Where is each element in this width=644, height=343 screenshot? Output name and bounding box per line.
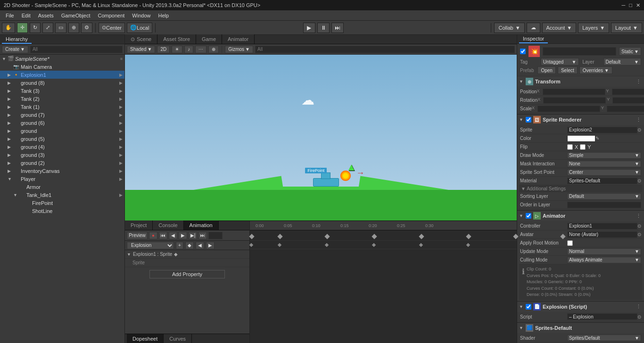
hierarchy-item-ground6[interactable]: ▶ ground (6) ▶ (0, 119, 124, 127)
sorting-layer-dropdown[interactable]: Default▼ (567, 193, 641, 200)
hierarchy-item-tankidle1[interactable]: ▼ Tank_Idle1 ▶ (0, 191, 124, 199)
anim-next-btn[interactable]: ▶| (189, 232, 197, 239)
tab-game[interactable]: Game (196, 34, 222, 44)
diamond-3[interactable] (372, 234, 377, 239)
shading-dropdown[interactable]: Shaded ▼ (127, 46, 155, 53)
explosion1-options[interactable]: ▶ (119, 73, 123, 77)
prefab-overrides-btn[interactable]: Overrides ▼ (579, 66, 612, 74)
color-swatch[interactable] (567, 135, 595, 142)
static-toggle[interactable]: Static ▼ (619, 47, 641, 56)
flip-y-checkbox[interactable] (580, 144, 586, 150)
sprite-sort-point-dropdown[interactable]: Center▼ (567, 169, 641, 176)
hierarchy-item-explosion1[interactable]: ▶ 🔸 Explosion1 ▶ (0, 71, 124, 79)
inspector-tab[interactable]: Inspector (519, 35, 548, 43)
hierarchy-item-ground7[interactable]: ▶ ground (7) ▶ (0, 111, 124, 119)
apply-root-motion-checkbox[interactable] (567, 240, 573, 246)
hierarchy-item-armor[interactable]: Armor (0, 183, 124, 191)
additional-settings-divider[interactable]: ▼ Additional Settings (519, 185, 642, 192)
hierarchy-item-ground4[interactable]: ▶ ground (4) ▶ (0, 143, 124, 151)
draw-mode-dropdown[interactable]: Simple▼ (567, 152, 641, 159)
sub-diamond-3[interactable] (372, 243, 376, 247)
script-field[interactable]: – Explosion (567, 313, 637, 320)
transform-y-handle[interactable]: ▲ (347, 161, 357, 173)
play-button[interactable]: ▶ (303, 23, 315, 33)
tab-curves[interactable]: Curves (164, 334, 192, 343)
tool-scale[interactable]: ⤢ (42, 23, 53, 33)
tool-hand[interactable]: ✋ (2, 23, 15, 33)
avatar-field[interactable]: None (Avatar) (567, 231, 637, 238)
anim-track-root[interactable]: ▼ Explosion1 : Sprite ◆ (125, 250, 249, 259)
explosion-script-header[interactable]: ▼ 📄 Explosion (Script) ⋮ (517, 302, 644, 312)
sprites-default-header[interactable]: ▼ 🟦 Sprites-Default (517, 323, 644, 333)
pos-y-input[interactable]: -1.812 (612, 89, 644, 95)
hierarchy-item-ground[interactable]: ▶ ground ▶ (0, 127, 124, 135)
menu-file[interactable]: File (2, 12, 18, 19)
hierarchy-item-maincamera[interactable]: 📷 Main Camera (0, 63, 124, 71)
menu-component[interactable]: Component (94, 12, 128, 19)
anim-prev-btn[interactable]: ◀ (169, 232, 177, 239)
step-button[interactable]: ⏭ (331, 23, 344, 33)
audio-btn[interactable]: ♪ (184, 46, 193, 53)
material-picker[interactable]: ⊙ (637, 178, 641, 183)
hierarchy-search[interactable] (30, 46, 123, 53)
prefab-select-btn[interactable]: Select (558, 66, 578, 74)
animator-context-btn[interactable]: ⋮ (635, 212, 642, 220)
2d-button[interactable]: 2D (157, 46, 170, 53)
prefab-open-btn[interactable]: Open (537, 66, 555, 74)
menu-edit[interactable]: Edit (18, 12, 34, 19)
material-field[interactable]: Sprites-Default (567, 178, 637, 184)
anim-keyframe-btn[interactable]: ◆ (185, 242, 194, 249)
hierarchy-tab[interactable]: Hierarchy (2, 35, 32, 44)
anim-first-btn[interactable]: ⏮ (159, 232, 167, 239)
anim-prev-key-btn[interactable]: ◀ (196, 242, 204, 249)
rot-y-input[interactable]: 0 (612, 97, 644, 104)
lighting-btn[interactable]: ☀ (172, 46, 182, 53)
hierarchy-item-ground8[interactable]: ▶ ground (8) ▶ (0, 79, 124, 87)
tab-asset-store[interactable]: Asset Store (157, 34, 196, 44)
controller-field[interactable]: Explosion1 (567, 223, 637, 229)
anim-frame-input[interactable]: 5 (208, 232, 223, 239)
hierarchy-item-tank3[interactable]: ▶ Tank (3) ▶ (0, 87, 124, 95)
animator-enabled[interactable] (526, 213, 531, 219)
add-property-button[interactable]: Add Property (149, 270, 225, 278)
diamond-5[interactable] (466, 234, 471, 239)
tab-animator[interactable]: Animator (222, 34, 255, 44)
tool-rotate[interactable]: ↻ (30, 23, 41, 33)
track-diamond[interactable]: ◆ (174, 252, 178, 257)
scale-x-input[interactable]: 1 (537, 106, 600, 112)
script-picker[interactable]: ⊙ (637, 314, 641, 319)
minimize-btn[interactable]: ─ (622, 2, 626, 8)
maximize-btn[interactable]: □ (629, 2, 632, 8)
update-mode-dropdown[interactable]: Normal▼ (567, 248, 641, 255)
pos-x-input[interactable]: -2.081 (543, 89, 605, 95)
anim-track-sprite[interactable]: Sprite (125, 259, 249, 267)
account-button[interactable]: Account ▼ (542, 23, 577, 33)
color-edit-btn[interactable]: ✎ (595, 136, 599, 141)
diamond-1[interactable] (277, 234, 282, 239)
scale-y-input[interactable]: 1 (607, 106, 644, 112)
sub-diamond-2[interactable] (325, 243, 329, 247)
sub-diamond-0[interactable] (249, 243, 253, 247)
hierarchy-item-firepoint[interactable]: FirePoint (0, 199, 124, 207)
space-local-btn[interactable]: 🌐 Local (127, 23, 152, 33)
layout-button[interactable]: Layout ▼ (611, 23, 642, 33)
order-in-layer-input[interactable]: 0 (567, 202, 641, 208)
layer-dropdown[interactable]: Default▼ (603, 58, 642, 65)
sprite-renderer-header[interactable]: ▼ 🖼 Sprite Renderer ⋮ (517, 114, 644, 125)
layers-button[interactable]: Layers ▼ (578, 23, 609, 33)
diamond-2[interactable] (324, 234, 330, 239)
transform-header[interactable]: ▼ ⊕ Transform ⋮ (517, 76, 644, 87)
clip-select[interactable]: Explosion (127, 242, 174, 249)
hierarchy-item-shotline[interactable]: ShotLine (0, 207, 124, 215)
shader-dropdown[interactable]: Sprites/Default▼ (567, 335, 641, 341)
flip-x-checkbox[interactable] (567, 144, 573, 150)
pause-button[interactable]: ⏸ (317, 23, 330, 33)
menu-assets[interactable]: Assets (34, 12, 58, 19)
avatar-picker[interactable]: ⊙ (637, 232, 641, 237)
hierarchy-item-player[interactable]: ▼ Player ▶ (0, 175, 124, 183)
diamond-0[interactable] (249, 234, 254, 239)
tab-scene[interactable]: ⊙ Scene (125, 34, 157, 44)
tab-project[interactable]: Project (125, 220, 153, 230)
sprite-picker[interactable]: ⊙ (637, 127, 641, 132)
tab-dopesheet[interactable]: Dopesheet (127, 334, 164, 343)
